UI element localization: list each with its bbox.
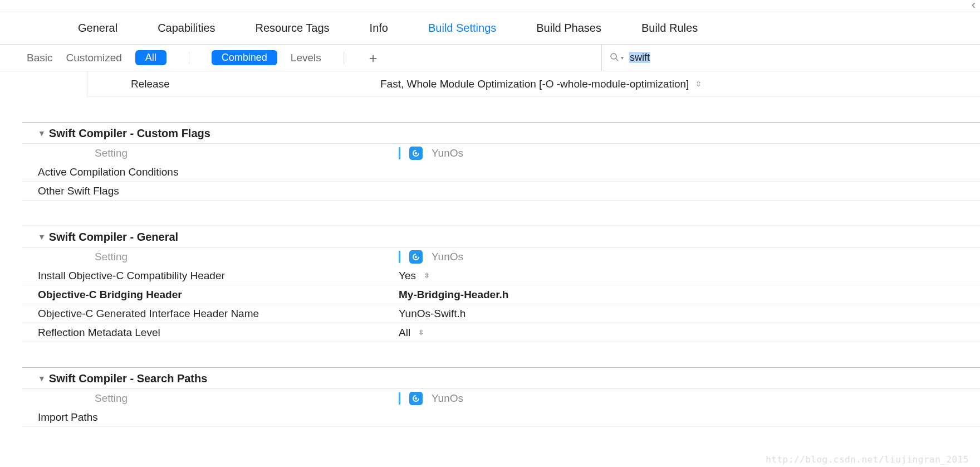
target-icon [409,250,423,264]
filter-combined[interactable]: Combined [212,50,277,65]
setting-value[interactable]: My-Bridging-Header.h [395,289,980,301]
section-swift-general[interactable]: ▼ Swift Compiler - General [22,226,980,247]
setting-row-objc-generated-interface-header[interactable]: Objective-C Generated Interface Header N… [22,304,980,323]
setting-row-import-paths[interactable]: Import Paths [22,408,980,427]
setting-value[interactable]: Yes⇳ [395,270,980,282]
section-title-label: Swift Compiler - General [49,231,178,244]
svg-point-3 [415,256,417,258]
section-title-label: Swift Compiler - Custom Flags [49,127,210,140]
setting-row-active-compilation-conditions[interactable]: Active Compilation Conditions [22,163,980,182]
setting-value[interactable]: YunOs-Swift.h [395,308,980,320]
target-icon [409,392,423,405]
setting-row-reflection-metadata-level[interactable]: Reflection Metadata Level All⇳ [22,323,980,342]
column-header-row: Setting YunOs [22,144,980,163]
section-swift-custom-flags[interactable]: ▼ Swift Compiler - Custom Flags [22,123,980,144]
column-sep [399,251,400,263]
filter-all[interactable]: All [135,50,166,65]
setting-label: Active Compilation Conditions [22,164,395,180]
column-sep [399,392,400,405]
svg-point-0 [611,53,616,59]
setting-label: Objective-C Generated Interface Header N… [22,306,395,322]
setting-label: Install Objective-C Compatibility Header [22,268,395,284]
column-header-target: YunOs [395,147,980,160]
watermark: http://blog.csdn.net/liujingran_2015 [766,454,969,465]
column-header-target: YunOs [395,250,980,264]
tab-capabilities[interactable]: Capabilities [158,22,215,35]
filter-customized[interactable]: Customized [66,52,121,64]
disclosure-triangle-icon[interactable]: ▼ [38,374,46,383]
setting-row-other-swift-flags[interactable]: Other Swift Flags [22,182,980,201]
column-header-setting: Setting [22,391,395,406]
tab-info[interactable]: Info [370,22,388,35]
setting-label: Release [87,78,368,90]
setting-row-release[interactable]: Release Fast, Whole Module Optimization … [87,71,980,97]
setting-label: Import Paths [22,410,395,425]
search-input[interactable]: swift [629,52,650,64]
section-swift-search-paths[interactable]: ▼ Swift Compiler - Search Paths [22,368,980,389]
column-header-target: YunOs [395,392,980,405]
filter-divider [189,52,189,64]
column-header-row: Setting YunOs [22,247,980,266]
search-options-chevron-icon[interactable]: ▾ [621,55,624,61]
setting-row-objc-bridging-header[interactable]: Objective-C Bridging Header My-Bridging-… [22,285,980,304]
search-icon [610,52,619,64]
stepper-icon[interactable]: ⇳ [695,80,702,88]
back-arrow-icon[interactable]: ‹ [972,0,976,12]
setting-label: Objective-C Bridging Header [22,287,395,303]
filter-basic[interactable]: Basic [27,52,52,64]
filter-levels[interactable]: Levels [291,52,321,64]
tab-general[interactable]: General [78,22,117,35]
svg-point-4 [415,397,417,400]
search-field-wrap: ▾ swift [601,45,980,71]
tab-resource-tags[interactable]: Resource Tags [256,22,330,35]
tab-build-rules[interactable]: Build Rules [641,22,698,35]
stepper-icon[interactable]: ⇳ [418,328,424,337]
setting-row-install-objc-compat-header[interactable]: Install Objective-C Compatibility Header… [22,266,980,285]
disclosure-triangle-icon[interactable]: ▼ [38,232,46,241]
column-header-setting: Setting [22,249,395,265]
tab-build-phases[interactable]: Build Phases [536,22,601,35]
section-title-label: Swift Compiler - Search Paths [49,372,208,385]
add-filter-icon[interactable]: ＋ [366,49,380,67]
project-tabs: General Capabilities Resource Tags Info … [0,12,980,45]
target-name-label: YunOs [432,251,463,263]
filter-bar: Basic Customized All Combined Levels ＋ ▾… [0,45,980,71]
disclosure-triangle-icon[interactable]: ▼ [38,129,46,138]
target-name-label: YunOs [432,147,463,159]
target-name-label: YunOs [432,392,463,405]
setting-value[interactable]: All⇳ [395,327,980,339]
stepper-icon[interactable]: ⇳ [424,271,430,280]
setting-label: Reflection Metadata Level [22,325,395,340]
setting-label: Other Swift Flags [22,183,395,199]
tab-build-settings[interactable]: Build Settings [428,22,496,35]
svg-line-1 [616,59,618,61]
svg-point-2 [415,152,417,154]
column-header-setting: Setting [22,145,395,161]
setting-value[interactable]: Fast, Whole Module Optimization [-O -who… [368,78,702,90]
column-sep [399,147,400,159]
column-header-row: Setting YunOs [22,389,980,408]
target-icon [409,147,423,160]
filter-divider-2 [344,52,344,64]
settings-content: ▼ Swift Compiler - Custom Flags Setting … [0,97,980,427]
